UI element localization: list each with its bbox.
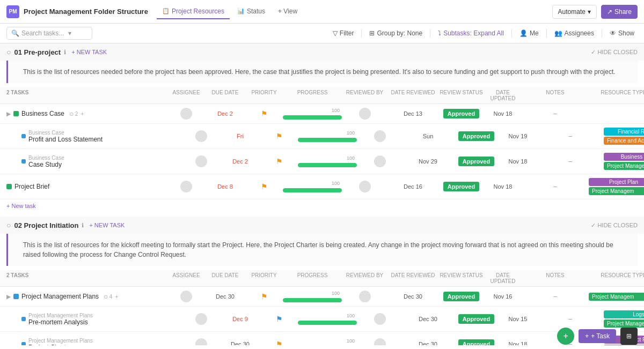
search-box[interactable]: 🔍 Search tasks... ▾ (6, 27, 92, 40)
me-icon: 👤 (519, 29, 528, 37)
task-row-pre-mortem: Project Management Plans Pre-mortem Anal… (0, 307, 644, 332)
pb-reviewed-by (342, 181, 387, 192)
pmp-assignee-avatar (180, 291, 192, 302)
header-actions: Automate ▾ ↗ Share (552, 5, 638, 19)
pmp-progress: 100 (283, 291, 342, 302)
show-btn[interactable]: 👁 Show (606, 27, 638, 39)
pmp-color-dot (13, 294, 19, 299)
business-case-color-dot (13, 111, 19, 116)
add-view-label: + View (278, 8, 297, 15)
add-subtask-icon[interactable]: + (80, 111, 84, 117)
pb-notes: – (522, 183, 589, 190)
pc-date-reviewed: Dec 30 (402, 341, 453, 345)
cs-progress: 100 (298, 155, 357, 167)
cs-parent-label: Business Case (28, 155, 64, 161)
show-icon: 👁 (610, 29, 616, 37)
automate-button[interactable]: Automate ▾ (552, 5, 597, 19)
assignees-btn[interactable]: 👥 Assignees (551, 27, 597, 39)
me-btn[interactable]: 👤 Me (516, 27, 542, 39)
pl-due-date: Fri (220, 133, 260, 139)
filter-label: Filter (340, 29, 354, 37)
pl-color-dot (21, 134, 26, 138)
bc-progress-bar (283, 115, 342, 120)
pmp-priority: ⚑ (245, 292, 283, 301)
pmp-status-badge: Approved (443, 292, 479, 301)
bc-due-date: Dec 2 (205, 110, 245, 117)
tab-project-resources[interactable]: 📋 Project Resources (157, 4, 230, 19)
section-pre-project-header: ○ 01 Pre-project ℹ + NEW TASK ✓ HIDE CLO… (0, 43, 644, 61)
pm-resource-badge: Logs (604, 310, 644, 318)
pm-priority: ⚑ (260, 315, 298, 323)
group-by-label: Group by: None (377, 29, 422, 37)
cs-task-name[interactable]: Case Study (28, 161, 62, 168)
pm-name-block: Project Management Plans Pre-mortem Anal… (28, 313, 93, 326)
new-task-btn-preproject[interactable]: + NEW TASK (71, 49, 107, 55)
section-initiation-toggle-icon[interactable]: ○ (6, 221, 11, 229)
pc-priority: ⚑ (260, 340, 298, 345)
grid-view-btn[interactable]: ⊞ (620, 328, 638, 345)
pc-assignee-avatar (195, 338, 207, 345)
pc-status-badge: Approved (458, 339, 494, 345)
pb-priority: ⚑ (245, 182, 283, 191)
hide-closed-btn-initiation[interactable]: ✓ HIDE CLOSED (591, 222, 638, 229)
pb-assignee (167, 181, 205, 192)
add-task-label: + Task (591, 332, 610, 340)
pmp-due-date: Dec 30 (205, 293, 245, 300)
tab-status-icon: 📊 (237, 8, 245, 14)
task-row-business-case: ▶ Business Case ⊙ 2 + Dec 2 ⚑ 100 Dec 13… (0, 104, 644, 124)
pm-reviewed-avatar (374, 313, 386, 325)
pm-due-date: Dec 9 (220, 316, 260, 322)
pmp-task-name[interactable]: Project Management Plans (21, 293, 99, 300)
cs-progress-fill (298, 163, 357, 167)
pc-progress-label: 100 (347, 338, 355, 344)
pmp-progress-fill (283, 298, 342, 302)
subtasks-btn[interactable]: ⤵ Subtasks: Expand All (435, 27, 507, 39)
cs-color-dot (21, 159, 26, 164)
new-task-btn-initiation[interactable]: + NEW TASK (89, 222, 125, 228)
pmp-add-subtask-icon[interactable]: + (115, 294, 118, 300)
pb-progress-label: 100 (332, 181, 340, 186)
section-initiation-info-icon[interactable]: ℹ (82, 222, 84, 229)
tab-status[interactable]: 📊 Status (232, 4, 270, 19)
pl-assignee-avatar (195, 130, 207, 142)
share-label: Share (614, 8, 632, 16)
pm-assignee (182, 313, 220, 325)
pmp-date-updated: Nov 16 (484, 293, 522, 300)
pb-reviewed-avatar (359, 181, 371, 192)
pmp-expand-icon[interactable]: ▶ (6, 293, 11, 300)
add-task-preproject[interactable]: + New task (0, 199, 644, 212)
pmp-assignee (167, 291, 205, 302)
pm-task-name[interactable]: Pre-mortem Analysis (28, 318, 88, 326)
section-toggle-icon[interactable]: ○ (6, 48, 11, 56)
pl-assignee (182, 130, 220, 142)
pb-resource-dept: Project Plan Project Managem (589, 178, 644, 195)
pc-task-name[interactable]: Project Charter (28, 344, 72, 346)
section-info-icon[interactable]: ℹ (64, 49, 66, 56)
hide-closed-btn-preproject[interactable]: ✓ HIDE CLOSED (591, 49, 638, 56)
pm-progress-label: 100 (347, 313, 355, 318)
page-title: Project Management Folder Structure (24, 8, 148, 16)
search-icon: 🔍 (11, 29, 19, 37)
pb-task-name[interactable]: Project Brief (14, 183, 49, 190)
pmp-progress-bar (283, 298, 342, 302)
bc-priority: ⚑ (245, 109, 283, 118)
pb-date-updated: Nov 18 (484, 183, 522, 190)
bc-reviewed-by (342, 108, 387, 120)
col-datereviewed-h2: DATE REVIEWED (387, 272, 438, 284)
pb-status-badge: Approved (443, 182, 479, 191)
pl-task-name[interactable]: Profit and Loss Statement (28, 136, 103, 143)
bc-status-badge: Approved (443, 109, 479, 118)
col-progress-h2: PROGRESS (283, 272, 342, 284)
green-circle-btn[interactable]: + (557, 328, 574, 345)
group-by-btn[interactable]: ⊞ Group by: None (366, 27, 426, 39)
pl-progress-label: 100 (347, 130, 355, 136)
toolbar-divider-3 (511, 29, 512, 38)
section-pre-project-title: 01 Pre-project (14, 48, 61, 56)
business-case-task-name[interactable]: Business Case (21, 110, 64, 117)
add-view-btn[interactable]: + View (273, 4, 303, 19)
expand-icon[interactable]: ▶ (6, 110, 11, 117)
pb-review-status: Approved (438, 183, 484, 190)
add-task-floating-btn[interactable]: + + Task (579, 329, 616, 343)
filter-btn[interactable]: ▽ Filter (330, 27, 357, 39)
share-button[interactable]: ↗ Share (601, 5, 638, 19)
